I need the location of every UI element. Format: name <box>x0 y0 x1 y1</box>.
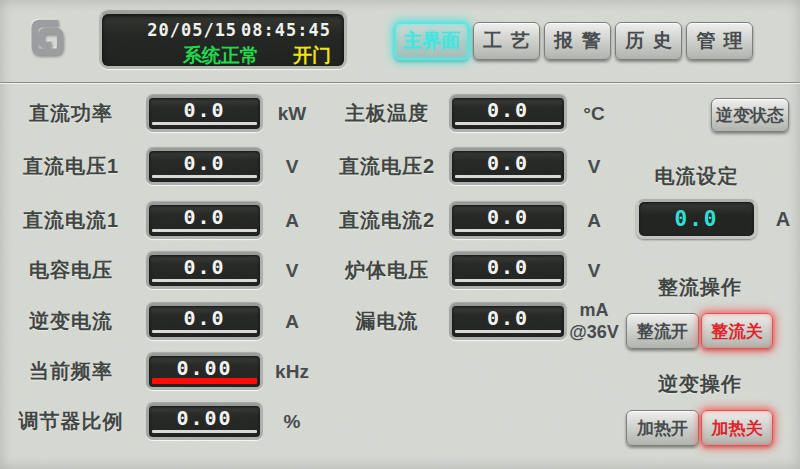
current-setting-value: 0.0 <box>675 207 719 231</box>
gauge-underline-red <box>152 378 257 384</box>
gauge-display: 0.0 <box>449 95 567 132</box>
gauge-display: 0.0 <box>449 148 567 185</box>
gauge-label: 直流电流2 <box>322 202 452 239</box>
rectifier-operation-label: 整流操作 <box>627 274 773 301</box>
current-setting-input[interactable]: 0.0 <box>636 199 757 239</box>
gauge-display: 0.00 <box>146 353 263 390</box>
heating-on-button[interactable]: 加热开 <box>626 410 699 446</box>
gauge-unit: A <box>569 202 619 239</box>
gauge-display: 0.00 <box>146 403 263 440</box>
gauge-underline <box>455 330 561 333</box>
gauge-unit: mA @36V <box>569 300 619 343</box>
gauge-label: 调节器比例 <box>4 403 138 440</box>
current-setting-unit: A <box>765 199 800 239</box>
gauge-unit: V <box>569 148 619 185</box>
gauge-unit: V <box>569 252 619 289</box>
gauge-display: 0.0 <box>449 252 567 289</box>
gauge-underline <box>455 229 561 232</box>
gauge-underline <box>455 122 561 125</box>
gauge-label: 漏电流 <box>322 303 452 340</box>
datetime-display: 20/05/1508:45:45 <box>112 20 331 40</box>
tab-alarm[interactable]: 报警 <box>544 22 611 60</box>
rectifier-off-button[interactable]: 整流关 <box>701 313 773 349</box>
tab-admin[interactable]: 管理 <box>686 22 753 60</box>
header-divider <box>0 82 800 84</box>
tab-main-screen[interactable]: 主界面 <box>394 22 469 60</box>
time-text: 08:45:45 <box>241 20 331 40</box>
gauge-underline <box>455 279 561 282</box>
gauge-label: 炉体电压 <box>322 252 452 289</box>
gauge-row-mainboard-temp: 主板温度 0.0 °C <box>0 95 800 132</box>
inverter-status-button[interactable]: 逆变状态 <box>711 98 789 132</box>
hmi-main-screen: 20/05/1508:45:45 系统正常 开门 主界面 工艺 报警 历史 管理… <box>0 0 800 469</box>
gauge-display: 0.0 <box>449 202 567 239</box>
heating-off-button[interactable]: 加热关 <box>701 410 773 446</box>
gauge-underline <box>455 175 561 178</box>
tab-history[interactable]: 历史 <box>615 22 682 60</box>
tab-process[interactable]: 工艺 <box>473 22 540 60</box>
gauge-unit: % <box>268 403 316 440</box>
gauge-label: 直流电压2 <box>322 148 452 185</box>
nav-bar: 主界面 工艺 报警 历史 管理 <box>394 22 753 60</box>
gauge-unit: kHz <box>268 353 316 390</box>
gauge-unit-line1: mA <box>569 300 619 322</box>
gauge-label: 主板温度 <box>322 95 452 132</box>
date-text: 20/05/15 <box>147 20 237 40</box>
gauge-underline <box>152 430 257 433</box>
door-status-text: 开门 <box>293 45 331 66</box>
brand-logo-icon <box>26 12 68 62</box>
rectifier-on-button[interactable]: 整流开 <box>626 313 699 349</box>
gauge-unit: °C <box>569 95 619 132</box>
inverter-operation-label: 逆变操作 <box>627 371 773 398</box>
gauge-label: 当前频率 <box>4 353 138 390</box>
gauge-display: 0.0 <box>449 303 567 340</box>
current-setting-label: 电流设定 <box>636 163 757 190</box>
gauge-unit-line2: @36V <box>569 322 619 344</box>
system-status-text: 系统正常 <box>183 45 259 66</box>
status-display: 20/05/1508:45:45 系统正常 开门 <box>99 11 347 69</box>
